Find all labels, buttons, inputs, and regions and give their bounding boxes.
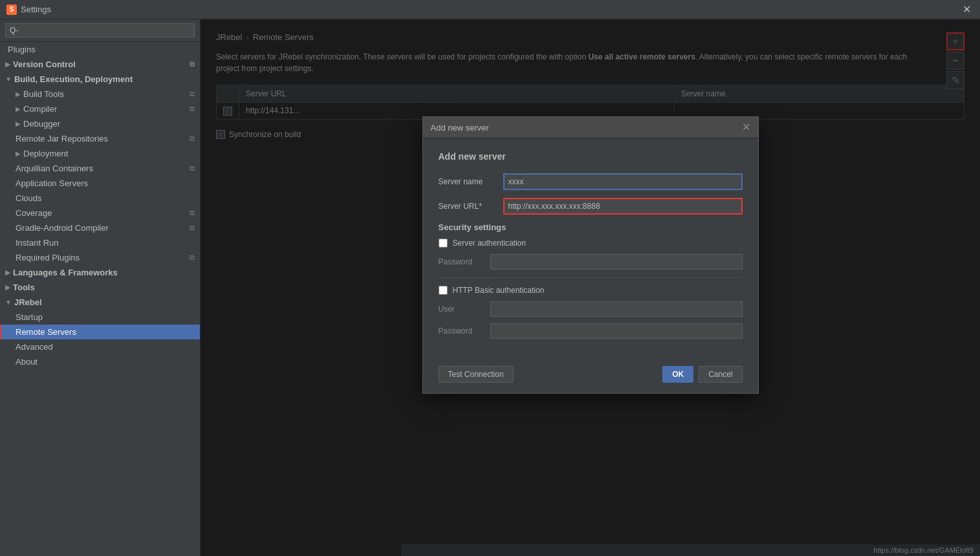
sidebar-item-jrebel-label: JRebel: [14, 297, 42, 307]
user-row: User: [439, 301, 743, 317]
arrow-icon: ▶: [16, 105, 21, 112]
sidebar-item-version-control-label: Version Control: [13, 59, 76, 69]
sidebar-item-remote-jar-repositories-label: Remote Jar Repositories: [16, 134, 108, 144]
test-connection-button[interactable]: Test Connection: [439, 366, 514, 383]
sidebar-item-jrebel[interactable]: ▼ JRebel: [0, 295, 200, 310]
sidebar-item-advanced-label: Advanced: [16, 342, 53, 352]
modal-overlay: Add new server ✕ Add new server Server n…: [201, 19, 980, 556]
server-url-row: Server URL*: [439, 198, 743, 215]
server-auth-label: Server authentication: [453, 239, 526, 248]
password-label-1: Password: [439, 257, 490, 266]
modal-heading: Add new server: [439, 151, 743, 162]
sidebar-item-debugger-label: Debugger: [23, 119, 60, 129]
http-auth-label: HTTP Basic authentication: [453, 286, 545, 295]
titlebar-title: Settings: [21, 5, 51, 14]
sidebar-item-gradle-android-compiler[interactable]: Gradle-Android Compiler ⧉: [0, 220, 200, 235]
security-heading: Security settings: [439, 222, 743, 232]
sidebar-item-build-exec-deploy-label: Build, Execution, Deployment: [14, 74, 133, 84]
titlebar-left: S Settings: [6, 5, 51, 15]
copy-icon: ⧉: [190, 209, 195, 217]
sidebar-item-arquillian-containers[interactable]: Arquillian Containers ⧉: [0, 161, 200, 176]
sidebar-item-instant-run[interactable]: Instant Run: [0, 235, 200, 250]
sidebar-item-coverage-label: Coverage: [16, 208, 52, 218]
titlebar: S Settings ✕: [0, 0, 980, 19]
modal-titlebar: Add new server ✕: [423, 117, 758, 138]
copy-icon: ⧉: [190, 253, 195, 262]
sidebar-item-coverage[interactable]: Coverage ⧉: [0, 206, 200, 220]
sidebar-item-deployment[interactable]: ▶ Deployment: [0, 146, 200, 161]
add-server-modal: Add new server ✕ Add new server Server n…: [422, 116, 759, 394]
search-input[interactable]: [5, 23, 195, 37]
copy-icon: ⧉: [190, 105, 195, 113]
window-close-button[interactable]: ✕: [960, 3, 974, 16]
sidebar-item-clouds-label: Clouds: [16, 193, 41, 203]
sidebar-item-remote-servers[interactable]: Remote Servers: [0, 325, 200, 339]
copy-icon: ⧉: [190, 224, 195, 232]
user-input[interactable]: [490, 301, 743, 317]
search-box: [0, 19, 200, 42]
http-auth-checkbox[interactable]: [439, 286, 448, 295]
modal-close-button[interactable]: ✕: [742, 122, 750, 133]
sidebar-item-languages-frameworks[interactable]: ▶ Languages & Frameworks: [0, 265, 200, 280]
server-auth-row: Server authentication: [439, 239, 743, 248]
copy-icon: ⧉: [190, 60, 195, 69]
arrow-icon: ▶: [16, 120, 21, 127]
server-name-input[interactable]: [503, 173, 743, 190]
sidebar-item-tools[interactable]: ▶ Tools: [0, 280, 200, 295]
sidebar-item-startup-label: Startup: [16, 312, 43, 322]
server-name-row: Server name: [439, 173, 743, 190]
sidebar-item-build-tools-label: Build Tools: [23, 89, 64, 99]
main-layout: Plugins ▶ Version Control ⧉ ▼ Build, Exe…: [0, 19, 980, 556]
sidebar-item-about[interactable]: About: [0, 354, 200, 369]
sidebar-item-about-label: About: [16, 357, 38, 367]
copy-icon: ⧉: [190, 134, 195, 143]
sidebar-item-clouds[interactable]: Clouds: [0, 191, 200, 206]
sidebar-item-gradle-android-compiler-label: Gradle-Android Compiler: [16, 223, 109, 233]
modal-divider: [439, 277, 743, 278]
expand-arrow-icon: ▼: [5, 299, 12, 306]
server-url-input[interactable]: [503, 198, 743, 215]
sidebar-item-advanced[interactable]: Advanced: [0, 339, 200, 354]
sidebar-item-compiler-label: Compiler: [23, 104, 57, 114]
sidebar-item-version-control[interactable]: ▶ Version Control ⧉: [0, 57, 200, 72]
password-label-2: Password: [439, 326, 490, 336]
arrow-icon: ▶: [5, 284, 10, 291]
password-row-1: Password: [439, 254, 743, 270]
http-auth-row: HTTP Basic authentication: [439, 286, 743, 295]
sidebar-item-application-servers[interactable]: Application Servers: [0, 176, 200, 191]
cancel-button[interactable]: Cancel: [699, 366, 742, 383]
ok-button[interactable]: OK: [662, 366, 693, 383]
sidebar-item-required-plugins[interactable]: Required Plugins ⧉: [0, 250, 200, 265]
sidebar-item-startup[interactable]: Startup: [0, 310, 200, 325]
sidebar-item-build-tools[interactable]: ▶ Build Tools ⧉: [0, 87, 200, 102]
arrow-icon: ▶: [5, 61, 10, 68]
password-input-1[interactable]: [490, 254, 743, 270]
password-input-2[interactable]: [490, 323, 743, 339]
sidebar-item-remote-jar-repositories[interactable]: Remote Jar Repositories ⧉: [0, 131, 200, 146]
sidebar-item-application-servers-label: Application Servers: [16, 178, 88, 188]
sidebar-item-instant-run-label: Instant Run: [16, 238, 59, 248]
server-url-label: Server URL*: [439, 202, 503, 211]
expand-arrow-icon: ▼: [5, 76, 12, 83]
content-area: JRebel › Remote Servers Select servers f…: [201, 19, 980, 556]
copy-icon: ⧉: [190, 164, 195, 173]
user-label: User: [439, 305, 490, 314]
arrow-icon: ▶: [16, 91, 21, 98]
sidebar-item-debugger[interactable]: ▶ Debugger: [0, 116, 200, 131]
app-icon: S: [6, 5, 17, 15]
sidebar-item-deployment-label: Deployment: [23, 149, 68, 158]
sidebar-item-tools-label: Tools: [13, 283, 35, 292]
modal-body: Add new server Server name Server URL* S…: [423, 138, 758, 358]
sidebar-item-compiler[interactable]: ▶ Compiler ⧉: [0, 102, 200, 116]
sidebar-item-plugins[interactable]: Plugins: [0, 42, 200, 57]
arrow-icon: ▶: [5, 269, 10, 276]
sidebar-item-build-exec-deploy[interactable]: ▼ Build, Execution, Deployment: [0, 72, 200, 87]
server-auth-checkbox[interactable]: [439, 239, 448, 248]
modal-title: Add new server: [431, 123, 489, 133]
sidebar-item-required-plugins-label: Required Plugins: [16, 253, 80, 262]
sidebar: Plugins ▶ Version Control ⧉ ▼ Build, Exe…: [0, 19, 201, 556]
sidebar-item-plugins-label: Plugins: [8, 45, 36, 54]
password-row-2: Password: [439, 323, 743, 339]
sidebar-item-remote-servers-label: Remote Servers: [16, 327, 76, 337]
arrow-icon: ▶: [16, 150, 21, 157]
